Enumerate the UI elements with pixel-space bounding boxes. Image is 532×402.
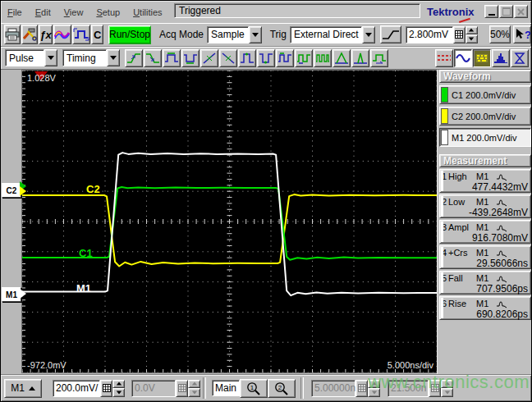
context-help-button[interactable]: ? — [513, 25, 531, 43]
trigger-level-keypad-button[interactable] — [453, 26, 466, 43]
maximize-button[interactable] — [499, 5, 513, 18]
menu-edit[interactable]: Edit — [29, 6, 57, 19]
source-select-value: M1 — [11, 382, 25, 394]
vertical-offset-value: 0.0V — [131, 380, 176, 397]
source-select-button[interactable]: M1 — [4, 379, 42, 398]
measurement-button-fall[interactable]: 5 Fall M1 707.9506ps — [439, 271, 531, 295]
measurement-source: M1 — [476, 299, 496, 308]
zoom-view-1-button[interactable]: 1 — [240, 379, 268, 398]
measurement-source-chip — [441, 272, 443, 293]
measurement-button-low[interactable]: 2 Low M1 -439.2648mV — [439, 194, 531, 218]
trigger-slope-button[interactable] — [380, 25, 401, 43]
neg-pulse-button[interactable] — [257, 49, 275, 67]
measurement-toolbar: Pulse Timing — [1, 47, 531, 70]
acq-mode-value: Sample — [207, 26, 249, 43]
print-button[interactable] — [4, 25, 21, 44]
keypad-icon — [103, 384, 111, 392]
magnifier-1-icon: 1 — [246, 381, 261, 395]
vector-display-button[interactable] — [454, 49, 472, 67]
fall-time-button[interactable] — [144, 49, 162, 67]
measurement-source-chip — [441, 222, 443, 242]
svg-text:2: 2 — [278, 384, 282, 391]
area-icon — [372, 52, 387, 65]
burst-width-button[interactable] — [314, 49, 332, 67]
area-button[interactable] — [370, 49, 388, 67]
trigger-source-select[interactable]: External Direct — [290, 26, 375, 43]
trig-label: Trig — [270, 29, 287, 40]
trigger-level-value[interactable]: 2.800mV — [406, 26, 453, 43]
svg-text:C2: C2 — [86, 183, 100, 195]
measure-subcategory-dropdown-arrow[interactable] — [107, 49, 120, 66]
trigger-level-spin[interactable] — [466, 26, 478, 43]
acq-mode-select[interactable]: Sample — [207, 26, 262, 43]
zoom-percent-button[interactable]: 50% — [489, 25, 511, 43]
peak-button[interactable] — [351, 49, 369, 67]
measurement-name: High — [448, 171, 476, 181]
menu-file[interactable]: File — [1, 6, 29, 19]
measurement-source: M1 — [476, 273, 496, 283]
vertical-scale-spin[interactable] — [112, 380, 125, 397]
rise-time-button[interactable] — [125, 49, 143, 67]
menu-setup[interactable]: Setup — [89, 6, 126, 19]
measurement-button-pos-crossing[interactable]: 4 +Crs M1 29.56066ns — [439, 245, 531, 269]
measurement-button-rise[interactable]: 6 Rise M1 690.8206ps — [439, 296, 531, 320]
fx-icon: ƒx — [39, 29, 51, 41]
frequency-button[interactable] — [295, 49, 313, 67]
m1-marker-arrow[interactable] — [20, 289, 26, 299]
waveform-button-c2[interactable]: C2 200.0mV/div — [439, 107, 531, 126]
display-style-group — [435, 49, 530, 67]
pos-pulse-button[interactable] — [238, 49, 256, 67]
c2-position-marker[interactable]: C2 — [2, 183, 21, 198]
color-grade-button[interactable] — [473, 49, 491, 67]
view-main-indicator[interactable]: Main — [212, 380, 240, 396]
trigger-level-up[interactable] — [466, 26, 478, 35]
minimize-button[interactable] — [484, 5, 498, 18]
m1-scale-readout: M1 200.0mV/div — [452, 133, 516, 143]
neg-crossing-button[interactable] — [219, 49, 237, 67]
vertical-scale-up[interactable] — [112, 380, 125, 389]
pos-width-button[interactable] — [163, 49, 181, 67]
toolbox-button[interactable] — [21, 25, 38, 44]
measurement-source: M1 — [476, 248, 496, 258]
zoom-view-2-button[interactable]: 2 — [268, 379, 296, 398]
eye-mask-button[interactable] — [511, 49, 529, 67]
help-pointer-icon: ? — [514, 28, 530, 41]
math-function-button[interactable]: ƒx — [39, 25, 53, 44]
trigger-status-readout: Triggered — [174, 3, 420, 18]
vertical-scale-down[interactable] — [112, 388, 125, 397]
menu-view[interactable]: View — [57, 6, 90, 19]
close-button[interactable] — [514, 5, 528, 18]
measurement-button-ampl[interactable]: 3 Ampl M1 916.7080mV — [439, 220, 531, 244]
menu-utilities[interactable]: Utilities — [126, 6, 168, 19]
vertical-scale-value[interactable]: 200.0mV/ — [53, 380, 100, 397]
measure-category-dropdown-arrow[interactable] — [44, 49, 57, 66]
neg-width-button[interactable] — [181, 49, 200, 67]
c2-marker-label: C2 — [7, 186, 17, 195]
trigger-level-down[interactable] — [466, 34, 478, 43]
pos-crossing-button[interactable] — [200, 49, 218, 67]
trigger-level-spinner[interactable]: 2.800mV — [406, 26, 478, 43]
cursors-button[interactable] — [435, 49, 453, 67]
trigger-source-dropdown-arrow[interactable] — [362, 26, 375, 43]
clear-button[interactable]: C — [91, 25, 103, 44]
c1-color-chip — [441, 87, 448, 103]
waveform-color-button[interactable] — [53, 25, 71, 44]
m1-position-marker[interactable]: M1 — [2, 287, 21, 302]
measure-subcategory-select[interactable]: Timing — [62, 49, 120, 66]
run-stop-button[interactable]: Run/Stop — [108, 25, 151, 44]
vertical-scale-spinner[interactable]: 200.0mV/ — [53, 380, 125, 397]
vertical-scale-keypad-button[interactable] — [100, 380, 112, 397]
amplitude-button[interactable] — [332, 49, 351, 67]
measurement-button-high[interactable]: 1 High M1 477.4432mV — [439, 169, 531, 193]
c2-marker-arrow[interactable] — [20, 186, 26, 196]
measure-category-select[interactable]: Pulse — [5, 49, 57, 66]
autoset-button[interactable] — [72, 25, 90, 44]
waveform-button-c1[interactable]: C1 200.0mV/div — [439, 85, 531, 104]
period-button[interactable] — [276, 49, 294, 67]
waveform-button-m1[interactable]: M1 200.0mV/div — [439, 128, 531, 147]
pulse-shape-icon — [496, 248, 507, 258]
tektronix-logo: Tektronix — [427, 6, 475, 18]
acq-mode-dropdown-arrow[interactable] — [249, 26, 262, 43]
histogram-button[interactable] — [492, 49, 510, 67]
measurement-source-chip — [441, 196, 443, 217]
